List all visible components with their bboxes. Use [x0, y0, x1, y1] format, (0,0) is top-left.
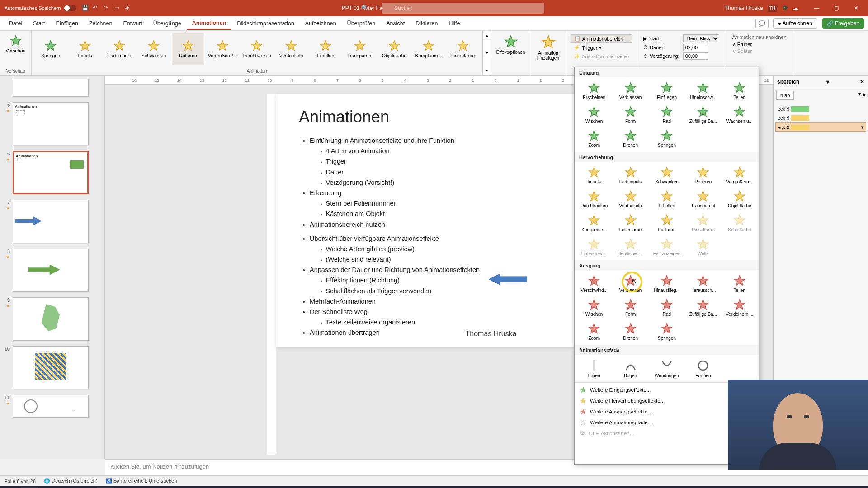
- effect-heraussch[interactable]: Heraussch...: [685, 272, 721, 295]
- effect-teilen[interactable]: Teilen: [722, 272, 757, 295]
- effect-form[interactable]: Form: [613, 296, 648, 319]
- preview-link[interactable]: preview: [390, 245, 412, 253]
- play-from-button[interactable]: n ab: [776, 91, 794, 100]
- effect-impuls[interactable]: Impuls: [576, 164, 612, 187]
- user-initials[interactable]: TH: [768, 5, 777, 12]
- gallery-rotieren[interactable]: Rotieren: [172, 33, 204, 65]
- effect-verdunkeln[interactable]: Verdunkeln: [613, 188, 648, 211]
- slide-thumb-5[interactable]: Animationen• Einführung• Erkennung• ...: [13, 102, 89, 145]
- save-icon[interactable]: 💾: [82, 5, 89, 12]
- menu-uebergaenge[interactable]: Übergänge: [148, 18, 187, 29]
- minimize-button[interactable]: —: [807, 2, 826, 14]
- pane-options-icon[interactable]: ▾: [826, 79, 829, 85]
- effect-wischen[interactable]: Wischen: [576, 103, 612, 126]
- gallery-objektfarbe[interactable]: Objektfarbe: [378, 33, 410, 65]
- touch-icon[interactable]: ◈: [125, 5, 132, 12]
- gallery-vergrern[interactable]: Vergrößern/...: [206, 33, 239, 65]
- trigger-button[interactable]: ⚡ Trigger ▾: [571, 44, 632, 52]
- animation-pane[interactable]: sbereich ▾ ✕ n ab ▴ ▾ eck 9eck 9eck 9▾: [773, 76, 868, 410]
- effect-linienfarbe[interactable]: Linienfarbe: [613, 211, 648, 235]
- effect-springen[interactable]: Springen: [649, 320, 684, 343]
- move-later-button[interactable]: ∨ Später: [732, 48, 787, 54]
- effect-verblassen[interactable]: Verblassen: [613, 79, 648, 102]
- menu-ueberpruefen[interactable]: Überprüfen: [342, 18, 381, 29]
- anim-list-row-2[interactable]: eck 9▾: [775, 122, 866, 132]
- gallery-verdunkeln[interactable]: Verdunkeln: [275, 33, 307, 65]
- delay-input[interactable]: [683, 52, 708, 60]
- effect-einfliegen[interactable]: Einfliegen: [649, 79, 684, 102]
- pane-close-icon[interactable]: ✕: [860, 79, 864, 85]
- effect-kompleme[interactable]: Kompleme...: [576, 211, 612, 235]
- menu-animationen[interactable]: Animationen: [187, 17, 232, 30]
- effect-zoom[interactable]: Zoom: [576, 320, 612, 343]
- effect-verschwind[interactable]: Verschwind...: [576, 272, 612, 295]
- effect-erhellen[interactable]: Erhellen: [649, 188, 684, 211]
- menu-aufzeichnen[interactable]: Aufzeichnen: [300, 18, 342, 29]
- menu-ansicht[interactable]: Ansicht: [381, 18, 410, 29]
- user-name[interactable]: Thomas Hruska: [725, 5, 763, 11]
- record-button[interactable]: ● Aufzeichnen: [773, 18, 817, 29]
- effect-schwanken[interactable]: Schwanken: [649, 164, 684, 187]
- effect-zuflligeba[interactable]: Zufällige Ba...: [685, 296, 721, 319]
- menu-hilfe[interactable]: Hilfe: [443, 18, 465, 29]
- effect-rad[interactable]: Rad: [649, 103, 684, 126]
- share-button[interactable]: 🔗 Freigeben: [822, 18, 864, 29]
- effect-bgen[interactable]: Bögen: [613, 357, 648, 380]
- slide-thumb-9[interactable]: [13, 297, 89, 341]
- effect-linien[interactable]: Linien: [576, 357, 612, 380]
- effect-rad[interactable]: Rad: [649, 296, 684, 319]
- gallery-springen[interactable]: Springen: [34, 33, 67, 65]
- effect-drehen[interactable]: Drehen: [613, 127, 648, 150]
- menu-bildschirmpraesentation[interactable]: Bildschirmpräsentation: [231, 18, 299, 29]
- anim-list-row-1[interactable]: eck 9: [775, 113, 866, 122]
- effect-durchtrnken[interactable]: Durchtränken: [576, 188, 612, 211]
- effect-options-button[interactable]: Effektoptionen: [494, 33, 527, 56]
- menu-entwurf[interactable]: Entwurf: [118, 18, 147, 29]
- gallery-kompleme[interactable]: Kompleme...: [412, 33, 445, 65]
- redo-icon[interactable]: ↷: [104, 5, 111, 12]
- effect-verblassen[interactable]: Verblassen: [613, 272, 648, 295]
- language-status[interactable]: 🌐 Deutsch (Österreich): [44, 478, 98, 484]
- add-animation-button[interactable]: Animation hinzufügen: [533, 33, 563, 62]
- effect-wischen[interactable]: Wischen: [576, 296, 612, 319]
- gallery-durchtrnken[interactable]: Durchtränken: [241, 33, 273, 65]
- effect-fllfarbe[interactable]: Füllfarbe: [649, 211, 684, 235]
- effect-farbimpuls[interactable]: Farbimpuls: [613, 164, 648, 187]
- undo-icon[interactable]: ↶: [93, 5, 100, 12]
- duration-input[interactable]: [683, 44, 708, 51]
- move-earlier-button[interactable]: ∧ Früher: [732, 42, 787, 47]
- pane-move-down-icon[interactable]: ▾: [858, 91, 861, 97]
- slide-thumb-7[interactable]: [13, 200, 89, 243]
- effect-formen[interactable]: Formen: [685, 357, 721, 380]
- effect-erscheinen[interactable]: Erscheinen: [576, 79, 612, 102]
- effect-springen[interactable]: Springen: [649, 127, 684, 150]
- menu-einfuegen[interactable]: Einfügen: [51, 18, 84, 29]
- anim-list-row-0[interactable]: eck 9: [775, 104, 866, 113]
- slide-thumb-10[interactable]: [13, 346, 89, 389]
- comments-icon[interactable]: 💬: [755, 19, 769, 28]
- gallery-scroll[interactable]: ▴ ▾ ▾: [482, 31, 491, 75]
- effect-objektfarbe[interactable]: Objektfarbe: [722, 188, 757, 211]
- effect-verkleinern[interactable]: Verkleinern ...: [722, 296, 757, 319]
- animation-painter-button[interactable]: ✨ Animation übertragen: [571, 52, 632, 60]
- slide-thumb-8[interactable]: [13, 249, 89, 292]
- restore-button[interactable]: ▢: [827, 2, 845, 14]
- effect-hinausflieg[interactable]: Hinausflieg...: [649, 272, 684, 295]
- animation-gallery[interactable]: SpringenImpulsFarbimpulsSchwankenRotiere…: [34, 33, 479, 65]
- effect-vergrern[interactable]: Vergrößern...: [722, 164, 757, 187]
- preview-button[interactable]: Vorschau: [3, 33, 28, 55]
- accessibility-status[interactable]: ♿ Barrierefreiheit: Untersuchen: [106, 478, 177, 484]
- slide-thumb-11[interactable]: ♡: [13, 395, 89, 418]
- effect-form[interactable]: Form: [613, 103, 648, 126]
- effect-zuflligeba[interactable]: Zufällige Ba...: [685, 103, 721, 126]
- gallery-linienfarbe[interactable]: Linienfarbe: [447, 33, 479, 65]
- start-select[interactable]: Beim Klicken: [683, 34, 719, 42]
- effect-rotieren[interactable]: Rotieren: [685, 164, 721, 187]
- menu-start[interactable]: Start: [28, 18, 50, 29]
- menu-datei[interactable]: Datei: [4, 18, 28, 29]
- autosave-toggle[interactable]: [64, 5, 76, 11]
- menu-zeichnen[interactable]: Zeichnen: [84, 18, 118, 29]
- gallery-farbimpuls[interactable]: Farbimpuls: [103, 33, 136, 65]
- learning-icon[interactable]: 🎓: [782, 5, 788, 11]
- effect-wendungen[interactable]: Wendungen: [649, 357, 684, 380]
